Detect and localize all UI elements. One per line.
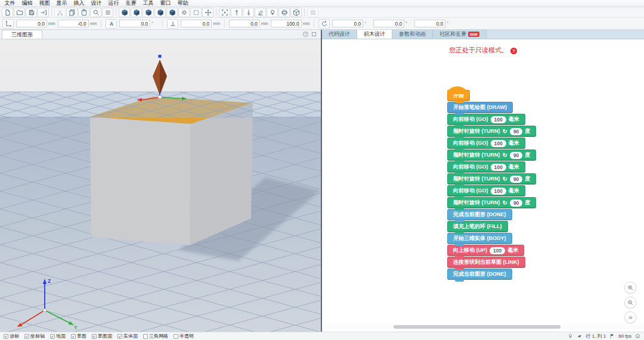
block-done-1[interactable]: 完成当前图形 (DONE) bbox=[447, 209, 512, 220]
block-turn-2-input[interactable]: 90 bbox=[510, 152, 522, 159]
flag-icon[interactable] bbox=[609, 333, 615, 339]
toggle-ground[interactable]: 地面 bbox=[50, 333, 66, 339]
size-a-field[interactable]: 0.0mm bbox=[229, 20, 268, 27]
block-fill[interactable]: 填充上笔的环 (FILL) bbox=[447, 221, 508, 232]
reset-view-button[interactable] bbox=[624, 311, 636, 323]
rot-z-field[interactable]: 0.0° bbox=[414, 20, 453, 27]
fit-view-button[interactable] bbox=[219, 8, 230, 17]
tab-block-design[interactable]: 积木设计 bbox=[357, 30, 392, 39]
text-angle-value[interactable]: 0.0 bbox=[119, 20, 150, 27]
toggle-triangle-mesh[interactable]: 三角网格 bbox=[143, 333, 168, 339]
pos-z-value[interactable]: 0.0 bbox=[181, 20, 212, 27]
material-sphere-button[interactable] bbox=[278, 8, 290, 17]
zoom-out-button[interactable] bbox=[624, 297, 636, 308]
toggle-sketch[interactable]: 草图 bbox=[71, 333, 86, 339]
height-axis-button[interactable] bbox=[167, 19, 178, 29]
view-cube-1-button[interactable] bbox=[119, 8, 130, 17]
viewport-3d[interactable]: Z Y bbox=[0, 39, 321, 332]
handle-tool-2-button[interactable] bbox=[243, 8, 254, 17]
blocks-canvas[interactable]: 您正处于只读模式。? 开始开始落笔绘图 (DRAW)向前移动 (GO)100毫米… bbox=[322, 39, 644, 332]
tab-code-design[interactable]: 代码设计 bbox=[322, 30, 357, 39]
placeholder-button[interactable] bbox=[307, 8, 318, 17]
menu-item-insert[interactable]: 插入 bbox=[70, 0, 88, 7]
cut-button[interactable] bbox=[54, 8, 66, 17]
toggle-translucent[interactable]: 半透明 bbox=[174, 333, 194, 339]
size-b-field[interactable]: 100.0mm bbox=[271, 20, 310, 27]
block-go-1-input[interactable]: 100 bbox=[491, 116, 506, 123]
pos-x-value[interactable]: 0.0 bbox=[16, 20, 47, 27]
block-turn-4-input[interactable]: 90 bbox=[510, 199, 522, 207]
origin-axis-button[interactable] bbox=[2, 19, 14, 29]
pointer-icon[interactable] bbox=[577, 333, 582, 339]
toggle-translucent-checkbox[interactable] bbox=[174, 334, 178, 339]
menu-item-edit[interactable]: 编辑 bbox=[18, 0, 36, 7]
import-button[interactable] bbox=[38, 8, 49, 17]
box-select-button[interactable] bbox=[190, 8, 202, 17]
block-up[interactable]: 向上移动 (UP)100毫米 bbox=[447, 245, 524, 256]
menu-item-contest[interactable]: 竞赛 bbox=[122, 0, 140, 7]
view-cube-2-button[interactable] bbox=[131, 8, 142, 17]
toggle-triangle-mesh-checkbox[interactable] bbox=[143, 334, 148, 339]
block-up-input[interactable]: 100 bbox=[490, 247, 505, 254]
toggle-sketch-plane-checkbox[interactable] bbox=[92, 334, 97, 339]
size-b-value[interactable]: 100.0 bbox=[271, 20, 302, 27]
menu-item-window[interactable]: 窗口 bbox=[157, 0, 174, 7]
block-turn-3[interactable]: 顺时针旋转 (TURN)↻90度 bbox=[447, 173, 536, 185]
size-a-value[interactable]: 0.0 bbox=[229, 20, 260, 27]
menu-item-display[interactable]: 显示 bbox=[53, 0, 70, 7]
rot-x-field[interactable]: 0.0° bbox=[332, 20, 371, 27]
smiley-icon[interactable] bbox=[635, 333, 640, 339]
toggle-axes[interactable]: 坐标轴 bbox=[24, 333, 45, 339]
toggle-axes-checkbox[interactable] bbox=[24, 334, 29, 339]
block-go-4[interactable]: 向前移动 (GO)100毫米 bbox=[447, 185, 525, 196]
toggle-ground-checkbox[interactable] bbox=[50, 334, 55, 339]
block-go-2-input[interactable]: 100 bbox=[491, 140, 506, 147]
block-body[interactable]: 开始三维实体 (BODY) bbox=[447, 233, 512, 244]
block-go-3-input[interactable]: 100 bbox=[491, 164, 506, 171]
outline-list-button[interactable] bbox=[102, 8, 113, 17]
block-link[interactable]: 连接形状到当前草图 (LINK) bbox=[447, 257, 525, 268]
rot-y-field[interactable]: 0.0° bbox=[373, 20, 412, 27]
block-done-2[interactable]: 完成当前图形 (DONE) bbox=[447, 269, 512, 280]
horizontal-scrollbar[interactable] bbox=[322, 325, 644, 329]
block-turn-3-input[interactable]: 90 bbox=[510, 176, 522, 183]
toggle-solid-face[interactable]: 实体面 bbox=[117, 333, 138, 339]
paste-button[interactable] bbox=[78, 8, 89, 17]
rot-z-value[interactable]: 0.0 bbox=[414, 20, 445, 27]
block-go-1[interactable]: 向前移动 (GO)100毫米 bbox=[447, 114, 525, 125]
tab-community-contest[interactable]: 社区和竞赛new bbox=[433, 30, 487, 39]
pos-z-field[interactable]: 0.0mm bbox=[181, 20, 220, 27]
scrollbar-thumb[interactable] bbox=[394, 325, 561, 329]
menu-item-tools[interactable]: 工具 bbox=[140, 0, 157, 7]
toggle-cursor-checkbox[interactable] bbox=[4, 334, 8, 339]
block-turn-4[interactable]: 顺时针旋转 (TURN)↻90度 bbox=[447, 197, 536, 208]
pos-y-field[interactable]: -0.0mm bbox=[58, 20, 97, 27]
view-cube-4-button[interactable] bbox=[154, 8, 166, 17]
light-toggle-button[interactable] bbox=[267, 8, 278, 17]
rot-x-value[interactable]: 0.0 bbox=[332, 20, 363, 27]
menu-item-run[interactable]: 运行 bbox=[105, 0, 122, 7]
pos-x-field[interactable]: 0.0mm bbox=[16, 20, 55, 27]
handle-tool-1-button[interactable] bbox=[231, 8, 242, 17]
block-go-3[interactable]: 向前移动 (GO)100毫米 bbox=[447, 161, 525, 173]
cube-front-face[interactable] bbox=[90, 117, 191, 245]
menu-item-help[interactable]: 帮助 bbox=[174, 0, 191, 7]
rot-y-value[interactable]: 0.0 bbox=[373, 20, 404, 27]
open-file-button[interactable] bbox=[14, 8, 25, 17]
notice-help-icon[interactable]: ? bbox=[510, 48, 517, 54]
tab-3d-graphics[interactable]: 三维图形 bbox=[2, 30, 42, 39]
text-angle-field[interactable]: 0.0° bbox=[119, 20, 158, 27]
toggle-sketch-plane[interactable]: 草图面 bbox=[92, 333, 112, 339]
block-turn-1-input[interactable]: 90 bbox=[510, 128, 522, 135]
menu-item-view[interactable]: 视图 bbox=[36, 0, 53, 7]
wireframe-cube-button[interactable] bbox=[290, 8, 302, 17]
toggle-sketch-checkbox[interactable] bbox=[71, 334, 76, 339]
angle-a-button[interactable]: A bbox=[106, 19, 117, 29]
save-file-button[interactable] bbox=[26, 8, 37, 17]
menu-item-design[interactable]: 设计 bbox=[88, 0, 105, 7]
move-tool-button[interactable] bbox=[202, 8, 213, 17]
settings-button[interactable] bbox=[178, 8, 190, 17]
zoom-in-button[interactable] bbox=[624, 282, 636, 294]
help-icon[interactable]: ? bbox=[303, 32, 308, 37]
toggle-solid-face-checkbox[interactable] bbox=[117, 334, 122, 339]
